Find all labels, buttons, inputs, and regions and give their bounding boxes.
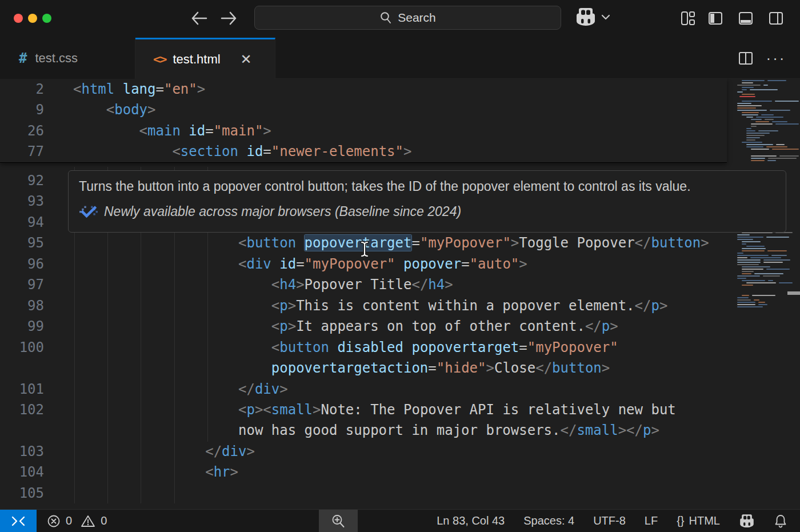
status-bar-right: Ln 83, Col 43 Spaces: 4 UTF-8 LF {} HTML [437,510,787,532]
close-tab-button[interactable]: ✕ [238,51,255,68]
line-number[interactable]: 99 [0,316,44,337]
problems-status-item[interactable]: 0 0 [47,510,107,532]
code-line-97[interactable]: 97 <h4>Popover Title</h4> [0,274,727,295]
minimap-line [737,107,756,109]
minimap-line [737,234,750,235]
minimap-line [746,246,765,247]
line-number[interactable]: 2 [0,79,44,99]
tab-test-css[interactable]: # test.css [0,38,135,79]
macos-minimize-button[interactable] [28,14,37,23]
customize-layout-icon [680,10,696,26]
indentation-item[interactable]: Spaces: 4 [523,514,574,527]
customize-layout-button[interactable] [678,9,698,27]
line-number[interactable]: 92 [0,170,44,191]
code-line-101[interactable]: 101 </div> [0,379,727,399]
minimap-line [737,299,751,301]
code-text: </div> [73,379,288,399]
notifications-bell-item[interactable] [774,514,787,529]
code-line-102[interactable]: 102 <p><small>Note: The Popover API is r… [0,399,727,420]
tab-label: test.html [173,52,221,67]
code-text: <h4>Popover Title</h4> [73,274,453,295]
arrow-left-icon [190,11,207,26]
editor-area[interactable]: 92939495 <button popovertarget="myPopove… [0,79,800,509]
minimap[interactable] [727,79,800,509]
copilot-status-item[interactable] [739,514,755,529]
more-actions-button[interactable]: ··· [765,49,787,67]
code-line-wrap[interactable]: popovertargetaction="hide">Close</button… [0,358,727,378]
line-number[interactable]: 97 [0,274,44,295]
minimap-line [742,114,758,115]
split-editor-button[interactable] [736,49,755,67]
code-line-26[interactable]: 26 <main id="main"> [0,121,727,141]
toggle-panel-button[interactable] [736,9,755,27]
line-number[interactable]: 103 [0,441,44,462]
code-line-9[interactable]: 9 <body> [0,99,727,120]
minimap-line [737,257,747,258]
minimap-line [746,117,753,118]
code-line-99[interactable]: 99 <p>It appears on top of other content… [0,316,727,337]
line-number[interactable]: 94 [0,212,44,233]
line-number[interactable]: 95 [0,233,44,253]
line-number[interactable]: 9 [0,99,44,120]
code-line-105[interactable]: 105 [0,483,727,503]
error-icon [47,514,61,528]
split-editor-icon [738,51,753,66]
navigate-back-button[interactable] [189,9,209,28]
line-number[interactable]: 96 [0,254,44,274]
code-line-100[interactable]: 100 <button disabled popovertarget="myPo… [0,337,727,358]
line-number[interactable]: 104 [0,462,44,482]
line-number[interactable]: 98 [0,295,44,316]
line-number[interactable]: 93 [0,191,44,211]
sticky-scroll[interactable]: 2<html lang="en">9 <body>26 <main id="ma… [0,79,727,163]
minimap-line [742,280,765,281]
line-number[interactable]: 77 [0,141,44,162]
line-number[interactable]: 105 [0,483,44,503]
minimap-line [763,259,790,261]
minimap-line [752,295,775,296]
warning-icon [81,514,95,528]
minimap-line [742,266,770,267]
minimap-line [737,264,759,265]
code-line-104[interactable]: 104 <hr> [0,462,727,482]
encoding-item[interactable]: UTF-8 [593,514,626,527]
eol-item[interactable]: LF [645,514,658,527]
language-mode-item[interactable]: {} HTML [677,514,720,527]
code-line-103[interactable]: 103 </div> [0,441,727,462]
minimap-line [737,91,743,93]
remote-indicator-button[interactable] [0,510,37,532]
toggle-secondary-sidebar-button[interactable] [766,9,786,27]
tab-test-html[interactable]: <> test.html ✕ [135,38,275,79]
minimap-line [761,114,774,115]
minimap-error-line [739,96,755,97]
code-line-2[interactable]: 2<html lang="en"> [0,79,727,99]
copilot-icon [575,7,597,27]
minimap-line [771,255,787,256]
code-line-77[interactable]: 77 <section id="newer-elements"> [0,141,727,162]
line-number[interactable]: 102 [0,399,44,420]
toggle-primary-sidebar-button[interactable] [706,9,725,27]
arrow-right-icon [221,11,238,26]
copilot-icon [739,514,755,529]
line-number[interactable]: 100 [0,337,44,358]
minimap-line [746,146,763,147]
minimap-line [737,253,743,254]
cursor-position-item[interactable]: Ln 83, Col 43 [437,514,505,527]
code-line-98[interactable]: 98 <p>This is content within a popover e… [0,295,727,316]
minimap-line [737,306,763,307]
line-number[interactable]: 101 [0,379,44,399]
copilot-menu-button[interactable] [575,7,610,27]
macos-maximize-button[interactable] [42,14,51,23]
minimap-line [742,112,759,113]
minimap-line [763,85,768,86]
minimap-line [737,239,753,240]
bell-icon [774,514,787,529]
minimap-line [742,80,765,81]
zoom-status-item[interactable] [319,510,358,532]
minimap-line [751,149,769,150]
chevron-down-icon [601,14,610,21]
command-center-search[interactable]: Search [254,6,561,30]
line-number[interactable]: 26 [0,121,44,141]
code-line-wrap[interactable]: now has good support in major browsers.<… [0,420,727,441]
navigate-forward-button[interactable] [219,9,239,28]
macos-close-button[interactable] [14,14,23,23]
